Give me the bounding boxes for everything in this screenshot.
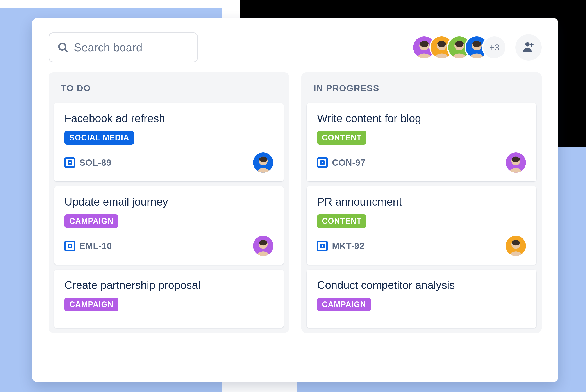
card-title: Facebook ad refresh — [64, 112, 273, 125]
card-title: PR announcment — [317, 196, 526, 208]
board-columns: TO DOFacebook ad refreshSOCIAL MEDIASOL-… — [49, 72, 542, 333]
column-title: TO DO — [54, 80, 284, 103]
issue-ref: CON-97 — [317, 157, 366, 168]
card-title: Write content for blog — [317, 112, 526, 125]
topbar-right: +3 — [412, 34, 542, 60]
svg-point-10 — [526, 42, 530, 46]
member-avatar-overflow[interactable]: +3 — [482, 35, 507, 60]
member-avatars: +3 — [412, 35, 507, 60]
issue-key: SOL-89 — [79, 158, 111, 168]
card-footer: SOL-89 — [64, 152, 273, 173]
svg-rect-12 — [530, 44, 534, 46]
label-chip: SOCIAL MEDIA — [64, 131, 134, 144]
add-user-button[interactable] — [515, 34, 542, 60]
svg-line-1 — [65, 49, 67, 52]
label-chip: CAMPAIGN — [317, 298, 371, 311]
issue-key: MKT-92 — [332, 241, 365, 251]
assignee-avatar[interactable] — [253, 152, 273, 173]
topbar: +3 — [49, 32, 542, 62]
issue-type-icon — [64, 241, 75, 251]
card[interactable]: Update email journeyCAMPAIGNEML-10 — [54, 186, 284, 265]
assignee-avatar[interactable] — [506, 236, 526, 256]
board-window: +3 TO DOFacebook ad refreshSOCIAL MEDIAS… — [32, 18, 558, 382]
card[interactable]: Create partnership proposalCAMPAIGN — [54, 270, 284, 328]
issue-ref: SOL-89 — [64, 157, 111, 168]
card-footer: MKT-92 — [317, 236, 526, 256]
column-title: IN PROGRESS — [307, 80, 537, 103]
label-chip: CONTENT — [317, 131, 367, 144]
label-chip: CONTENT — [317, 214, 367, 228]
assignee-avatar[interactable] — [506, 152, 526, 173]
search-input[interactable] — [74, 41, 189, 54]
card-title: Create partnership proposal — [64, 279, 273, 292]
issue-type-icon — [317, 241, 328, 251]
search-box[interactable] — [49, 32, 198, 62]
column: TO DOFacebook ad refreshSOCIAL MEDIASOL-… — [49, 72, 289, 333]
card[interactable]: PR announcmentCONTENTMKT-92 — [307, 186, 537, 265]
assignee-avatar[interactable] — [253, 236, 273, 256]
label-chip: CAMPAIGN — [64, 298, 118, 311]
card-title: Update email journey — [64, 196, 273, 208]
issue-key: EML-10 — [79, 241, 112, 251]
card[interactable]: Conduct competitor analysisCAMPAIGN — [307, 270, 537, 328]
add-user-icon — [522, 40, 535, 54]
column: IN PROGRESSWrite content for blogCONTENT… — [301, 72, 542, 333]
issue-ref: EML-10 — [64, 241, 112, 251]
issue-type-icon — [64, 157, 75, 168]
card[interactable]: Write content for blogCONTENTCON-97 — [307, 103, 537, 182]
issue-key: CON-97 — [332, 158, 366, 168]
card-footer: EML-10 — [64, 236, 273, 256]
search-icon — [57, 42, 69, 53]
card-title: Conduct competitor analysis — [317, 279, 526, 292]
card-footer: CON-97 — [317, 152, 526, 173]
issue-ref: MKT-92 — [317, 241, 365, 251]
issue-type-icon — [317, 157, 328, 168]
label-chip: CAMPAIGN — [64, 214, 118, 228]
card[interactable]: Facebook ad refreshSOCIAL MEDIASOL-89 — [54, 103, 284, 182]
